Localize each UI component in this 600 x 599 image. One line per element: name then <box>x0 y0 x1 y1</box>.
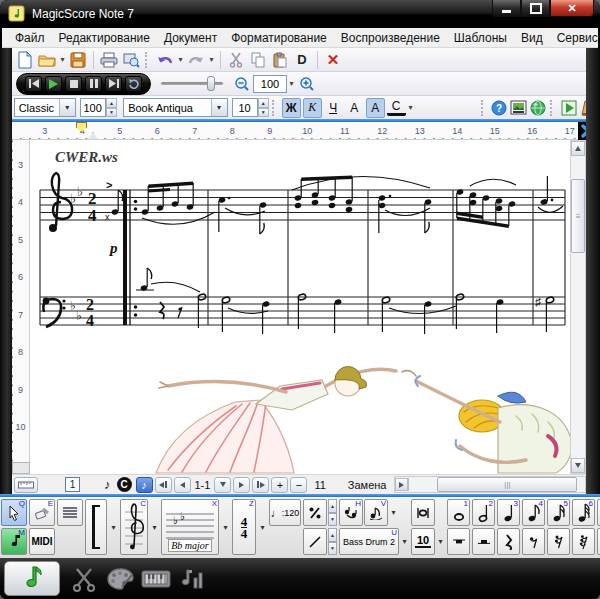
toolbar-grip[interactable] <box>481 100 486 116</box>
c-mode-badge[interactable]: C <box>117 477 132 492</box>
ruler-corner-button[interactable] <box>12 462 30 474</box>
zoom-out-button[interactable] <box>231 73 253 95</box>
copy-button[interactable] <box>247 49 269 71</box>
tab-mixer[interactable] <box>174 561 210 596</box>
menu-item-file[interactable]: Файл <box>8 29 52 47</box>
slash-spinner[interactable]: ▲▼ <box>328 528 337 555</box>
style-size-input[interactable] <box>80 98 106 117</box>
menu-item-edit[interactable]: Редактирование <box>52 29 157 47</box>
zoom-value-input[interactable] <box>253 75 287 93</box>
minimize-button[interactable] <box>492 0 521 17</box>
eraser-tool-button[interactable]: E <box>29 499 55 526</box>
style-size-spinner[interactable]: ▲▼ <box>106 98 117 117</box>
menu-item-playback[interactable]: Воспроизведение <box>334 29 447 47</box>
toolbar-grip[interactable] <box>272 100 277 116</box>
style-combo[interactable]: Classic <box>14 98 76 117</box>
thirtysecond-rest-button[interactable] <box>572 528 595 555</box>
frame-button[interactable]: A <box>345 98 364 118</box>
tab-piano-keyboard[interactable] <box>138 561 174 596</box>
play-button[interactable] <box>45 76 62 92</box>
menu-item-service[interactable]: Сервис <box>550 29 600 47</box>
repeat-spinner[interactable]: ▲▼ <box>328 499 337 526</box>
delete-button[interactable]: ✕ <box>322 49 344 71</box>
clef-dropdown[interactable] <box>150 499 159 555</box>
clef-button[interactable]: C <box>120 499 148 555</box>
remove-measure-button[interactable]: − <box>290 477 307 493</box>
print-button[interactable] <box>98 49 120 71</box>
drum-select-button[interactable]: Bass Drum 2 U <box>339 528 399 555</box>
thirtysecond-note-button[interactable]: 6 <box>572 499 595 526</box>
open-file-dropdown[interactable] <box>58 50 67 70</box>
tie-dropdown[interactable] <box>389 499 398 526</box>
font-combo-dropdown[interactable] <box>211 99 227 116</box>
add-measure-button[interactable]: + <box>271 477 288 493</box>
half-note-button[interactable]: 2 <box>472 499 495 526</box>
italic-button[interactable]: K <box>303 98 322 118</box>
loop-button[interactable] <box>125 76 142 92</box>
bracket-dropdown[interactable] <box>109 499 118 555</box>
save-button[interactable] <box>67 49 89 71</box>
last-measure-button[interactable] <box>252 477 269 493</box>
tab-cut-tools[interactable] <box>66 561 102 596</box>
page-number-box[interactable]: 1 <box>65 477 80 492</box>
key-signature-dropdown[interactable] <box>221 499 230 555</box>
tab-design-palette[interactable] <box>102 561 138 596</box>
new-document-button[interactable] <box>14 49 36 71</box>
vertical-ruler[interactable]: 3 4 5 6 7 8 9 10 11 <box>12 140 30 474</box>
print-preview-button[interactable] <box>120 49 142 71</box>
tuplet-dropdown[interactable] <box>436 528 445 555</box>
maximize-button[interactable] <box>521 0 550 17</box>
highlight-button[interactable]: A <box>366 98 385 118</box>
scroll-down-button[interactable] <box>571 458 585 473</box>
breve-note-button[interactable] <box>411 499 435 526</box>
half-rest-button[interactable] <box>472 528 495 555</box>
horizontal-ruler[interactable]: 3 4 5 6 7 8 9 10 11 12 13 14 15 16 17 <box>12 122 578 140</box>
font-size-spinner[interactable]: ▲▼ <box>258 98 269 117</box>
zoom-in-button[interactable] <box>296 73 318 95</box>
quarter-rest-button[interactable] <box>497 528 520 555</box>
font-size-input[interactable] <box>232 98 258 117</box>
image-viewer-button[interactable] <box>509 97 528 119</box>
drum-dropdown[interactable] <box>400 528 409 555</box>
select-tool-button[interactable]: Q <box>1 499 27 526</box>
tempo-button[interactable]: :120 <box>269 499 301 526</box>
horizontal-scrollbar[interactable]: ||| <box>394 476 586 493</box>
score-page[interactable]: CWER.ws <box>30 140 570 474</box>
midi-note-entry-button[interactable]: M <box>1 528 27 555</box>
skip-start-button[interactable] <box>25 76 42 92</box>
duplicate-button[interactable]: D <box>291 49 313 71</box>
help-button[interactable]: ? <box>489 97 508 119</box>
system-bracket-button[interactable] <box>85 499 107 555</box>
key-signature-button[interactable]: ♭♭ Bb major X <box>161 499 219 555</box>
close-button[interactable] <box>550 0 594 17</box>
goto-measure-button[interactable] <box>214 477 231 493</box>
undo-dropdown[interactable] <box>176 50 185 70</box>
midi-button[interactable]: MIDI <box>29 528 55 555</box>
playback-position-slider[interactable] <box>161 82 223 85</box>
eighth-rest-button[interactable] <box>522 528 545 555</box>
font-color-button[interactable]: C <box>387 99 406 116</box>
bold-button[interactable]: Ж <box>282 98 301 118</box>
horizontal-scroll-thumb[interactable]: ||| <box>437 477 577 492</box>
repeat-measure-button[interactable] <box>303 499 327 526</box>
pause-button[interactable] <box>85 76 102 92</box>
tuplet-button[interactable]: 10 <box>411 528 435 555</box>
stop-button[interactable] <box>65 76 82 92</box>
sixteenth-note-button[interactable]: 5 <box>547 499 570 526</box>
slur-note-button[interactable]: V <box>364 499 388 526</box>
prev-measure-button[interactable] <box>174 477 191 493</box>
style-combo-dropdown[interactable] <box>59 99 75 116</box>
toolbar-grip[interactable] <box>145 52 150 68</box>
open-file-button[interactable] <box>36 49 58 71</box>
next-measure-button[interactable] <box>233 477 250 493</box>
paste-button[interactable] <box>269 49 291 71</box>
vertical-scroll-thumb[interactable]: ≡ <box>571 179 585 253</box>
menu-item-format[interactable]: Форматирование <box>224 29 334 47</box>
cut-button[interactable] <box>225 49 247 71</box>
underline-button[interactable]: Ч <box>324 98 343 118</box>
scroll-up-button[interactable] <box>571 141 585 156</box>
menu-item-templates[interactable]: Шаблоны <box>447 29 514 47</box>
slider-handle[interactable] <box>207 76 215 91</box>
menu-item-view[interactable]: Вид <box>514 29 550 47</box>
scroll-right-button[interactable] <box>395 478 408 491</box>
